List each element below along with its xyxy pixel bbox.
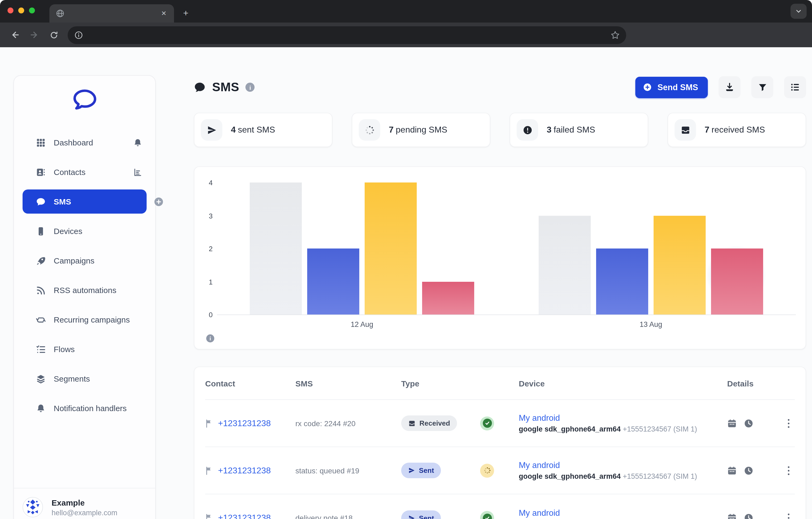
new-tab-button[interactable]: + (178, 6, 193, 21)
sidebar-item-contacts[interactable]: Contacts (23, 160, 147, 184)
type-badge-sent: Sent (401, 463, 441, 478)
bar-received-13-aug (539, 215, 591, 314)
sidebar-item-flows[interactable]: Flows (23, 337, 147, 361)
device-number: +15551234567 (SIM 1) (623, 425, 697, 433)
chat-bubble-icon (194, 82, 206, 93)
header-actions: Send SMS (635, 76, 806, 98)
y-axis-tick: 2 (199, 245, 213, 253)
check-icon (484, 420, 490, 426)
browser-tab-bar: ✕ + (0, 0, 812, 23)
stat-failed: 3failed SMS (510, 113, 648, 147)
sms-table: Contact SMS Type Device Details +1231231… (194, 367, 806, 519)
sidebar-nav: Dashboard Contacts (14, 130, 155, 426)
app-logo[interactable] (14, 76, 155, 130)
stat-label: received SMS (712, 125, 765, 134)
back-arrow-icon (10, 30, 20, 40)
device-name-link[interactable]: My android (519, 413, 727, 423)
back-button[interactable] (7, 27, 23, 42)
row-menu-button[interactable] (782, 413, 795, 434)
address-bar[interactable] (68, 26, 626, 44)
alert-circle-icon (517, 119, 538, 141)
device-name-link[interactable]: My android (519, 460, 727, 470)
checklist-icon (36, 344, 46, 354)
contact-phone-link[interactable]: +1231231238 (218, 513, 271, 519)
bar-sent-13-aug (596, 248, 648, 314)
plus-circle-icon[interactable] (153, 196, 164, 207)
chart-info-icon[interactable]: i (206, 334, 214, 342)
sidebar-item-segments[interactable]: Segments (23, 367, 147, 391)
forward-button[interactable] (27, 27, 42, 42)
status-pending-badge (480, 463, 494, 478)
calendar-icon[interactable] (727, 418, 737, 428)
sidebar-item-rss-automations[interactable]: RSS automations (23, 278, 147, 302)
calendar-icon[interactable] (727, 466, 737, 475)
stat-label: sent SMS (238, 125, 275, 134)
column-header-sms: SMS (295, 379, 401, 388)
sidebar-item-sms[interactable]: SMS (23, 189, 147, 214)
type-label: Sent (419, 514, 434, 519)
inbox-icon (408, 420, 416, 427)
repeat-icon (36, 315, 46, 325)
sidebar-item-devices[interactable]: Devices (23, 219, 147, 243)
list-view-icon (790, 82, 800, 92)
send-sms-button[interactable]: Send SMS (635, 77, 708, 98)
device-model: google sdk_gphone64_arm64 (519, 472, 621, 480)
sms-message: rx code: 2244 #20 (295, 419, 401, 427)
row-menu-button[interactable] (782, 460, 795, 481)
site-info-icon[interactable] (74, 30, 83, 39)
row-menu-button[interactable] (782, 507, 795, 519)
sidebar-item-campaigns[interactable]: Campaigns (23, 248, 147, 273)
filter-button[interactable] (751, 76, 773, 98)
stat-received: 7received SMS (668, 113, 806, 147)
type-badge-sent: Sent (401, 510, 441, 519)
sidebar-item-dashboard[interactable]: Dashboard (23, 130, 147, 155)
reload-icon (49, 30, 58, 39)
export-button[interactable] (719, 76, 741, 98)
reload-button[interactable] (46, 27, 61, 42)
clock-icon[interactable] (744, 418, 753, 428)
bell-icon[interactable] (133, 138, 142, 147)
stat-label: pending SMS (396, 125, 447, 134)
calendar-icon[interactable] (727, 513, 737, 519)
contact-phone-link[interactable]: +1231231238 (218, 418, 271, 428)
flag-icon (205, 514, 213, 519)
sidebar-item-label: Recurring campaigns (54, 315, 130, 324)
sidebar-item-recurring-campaigns[interactable]: Recurring campaigns (23, 308, 147, 332)
plus-circle-icon (643, 83, 652, 92)
device-name-link[interactable]: My android (519, 508, 727, 518)
send-sms-label: Send SMS (657, 82, 698, 92)
status-success-badge (480, 511, 494, 519)
sidebar-item-notification-handlers[interactable]: Notification handlers (23, 396, 147, 420)
main-content: SMS i Send SMS (194, 47, 806, 519)
window-zoom-button[interactable] (29, 7, 35, 13)
x-axis-label: 12 Aug (335, 320, 389, 329)
browser-toolbar (0, 23, 812, 47)
bar-chart-icon[interactable] (133, 167, 142, 177)
window-minimize-button[interactable] (18, 7, 24, 13)
stat-value: 4 (231, 125, 236, 134)
tab-close-icon[interactable]: ✕ (159, 8, 169, 18)
clock-icon[interactable] (744, 466, 753, 475)
sidebar-item-label: Segments (54, 374, 90, 383)
flag-icon (205, 466, 213, 475)
contact-phone-link[interactable]: +1231231238 (218, 466, 271, 475)
bell-icon (36, 403, 46, 413)
sidebar-item-label: RSS automations (54, 285, 116, 295)
clock-icon[interactable] (744, 513, 753, 519)
info-icon[interactable]: i (246, 83, 255, 92)
tab-list-chevron-button[interactable] (790, 4, 807, 19)
browser-tab[interactable]: ✕ (50, 4, 174, 23)
x-axis-label: 13 Aug (624, 320, 678, 329)
chevron-down-icon (795, 7, 802, 15)
user-card[interactable]: Example hello@example.com (14, 488, 155, 519)
list-view-button[interactable] (784, 76, 806, 98)
bookmark-star-icon[interactable] (611, 30, 620, 39)
layers-icon (36, 374, 46, 384)
y-axis-tick: 3 (199, 212, 213, 220)
window-close-button[interactable] (7, 7, 13, 13)
bar-failed-12-aug (422, 281, 474, 314)
device-number: +15551234567 (SIM 1) (623, 472, 697, 480)
sms-message: delivery note #18 (295, 514, 401, 519)
type-badge-received: Received (401, 416, 457, 431)
traffic-lights (7, 7, 35, 13)
